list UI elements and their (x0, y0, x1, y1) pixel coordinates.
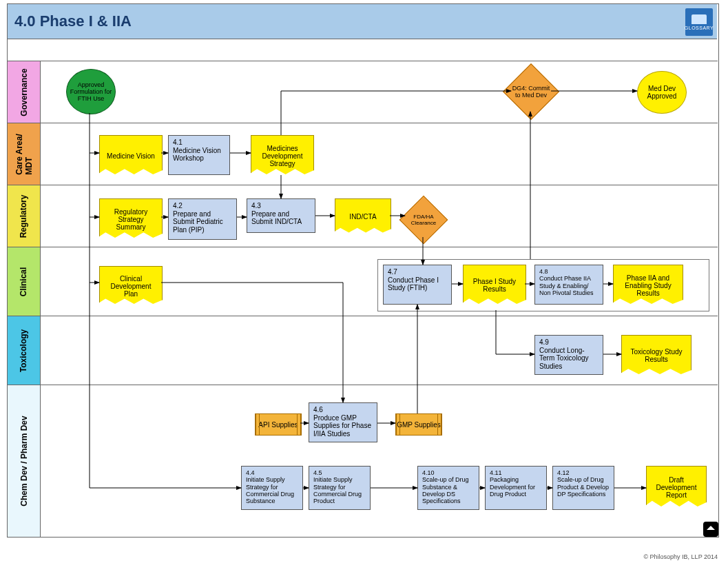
meddev-approved[interactable]: Med Dev Approved (637, 71, 687, 114)
tox-results-label: Toxicology Study Results (622, 336, 691, 376)
draft-report-doc[interactable]: Draft Development Report (646, 466, 707, 509)
medicine-vision-label: Medicine Vision (100, 136, 162, 176)
lane-clinical: Clinical (8, 247, 41, 316)
lane-toxicology-label: Toxicology (19, 329, 29, 372)
draft-report-label: Draft Development Report (647, 467, 706, 508)
node-4-6[interactable]: 4.6 Produce GMP Supplies for Phase I/IIA… (309, 402, 377, 442)
lane-area-toxicology (40, 316, 718, 385)
phase1-results-label: Phase I Study Results (464, 265, 526, 305)
glossary-button[interactable]: GLOSSARY (685, 8, 713, 36)
book-icon (691, 14, 707, 24)
medicine-vision-doc[interactable]: Medicine Vision (99, 135, 163, 176)
lane-area-chem (40, 385, 718, 537)
page-title: 4.0 Phase I & IIA (8, 12, 132, 30)
node-4-9[interactable]: 4.9 Conduct Long-Term Toxicology Studies (534, 335, 603, 375)
node-4-4[interactable]: 4.4 Initiate Supply Strategy for Commerc… (241, 466, 303, 510)
lane-governance: Governance (8, 61, 41, 123)
api-label: API Supplies (258, 421, 298, 429)
api-supplies[interactable]: API Supplies (255, 413, 302, 436)
node-4-8[interactable]: 4.8 Conduct Phase IIA Study & Enabling/ … (534, 265, 603, 305)
lane-regulatory-label: Regulatory (19, 195, 29, 238)
title-bar: 4.0 Phase I & IIA GLOSSARY (8, 4, 717, 39)
lane-care-label: Care Area/ MDT (14, 134, 34, 175)
node-4-11[interactable]: 4.11 Packaging Development for Drug Prod… (485, 466, 547, 510)
lane-governance-label: Governance (19, 68, 29, 116)
node-4-3[interactable]: 4.3 Prepare and Submit IND/CTA (247, 198, 315, 233)
fda-clearance[interactable]: FDA/HA Clearance (406, 203, 439, 236)
gmp-supplies[interactable]: GMP Supplies (395, 413, 442, 436)
phase2-results-label: Phase IIA and Enabling Study Results (614, 265, 683, 305)
phase1-results-doc[interactable]: Phase I Study Results (463, 265, 526, 306)
meddev-label: Med Dev Approved (638, 85, 686, 100)
start-node[interactable]: Approved Formulation for FTIH Use (66, 69, 116, 114)
dg4-decision[interactable]: DG4: Commit to Med Dev (511, 72, 550, 110)
home-icon[interactable] (703, 522, 718, 537)
fda-label: FDA/HA Clearance (407, 214, 440, 226)
lane-care: Care Area/ MDT (8, 123, 41, 185)
node-4-1[interactable]: 4.1 Medicine Vision Workshop (168, 135, 230, 175)
lane-clinical-label: Clinical (19, 267, 29, 297)
lane-regulatory: Regulatory (8, 185, 41, 247)
node-4-10[interactable]: 4.10 Scale-up of Drug Substance & Develo… (417, 466, 479, 510)
node-4-12[interactable]: 4.12 Scale-up of Drug Product & Develop … (552, 466, 614, 510)
med-strategy-label: Medicines Development Strategy (251, 136, 313, 176)
lane-area-governance (40, 61, 718, 123)
med-strategy-doc[interactable]: Medicines Development Strategy (251, 135, 314, 176)
dg4-label: DG4: Commit to Med Dev (512, 85, 550, 99)
reg-summary-label: Regulatory Strategy Summary (100, 199, 162, 239)
gmp-label: GMP Supplies (397, 421, 441, 429)
clinical-plan-label: Clinical Development Plan (100, 267, 162, 305)
lane-toxicology: Toxicology (8, 316, 41, 385)
phase2-results-doc[interactable]: Phase IIA and Enabling Study Results (613, 265, 683, 306)
start-label: Approved Formulation for FTIH Use (67, 81, 115, 102)
clinical-plan-doc[interactable]: Clinical Development Plan (99, 266, 163, 306)
tox-results-doc[interactable]: Toxicology Study Results (621, 335, 691, 376)
lane-chem: Chem Dev / Pharm Dev (8, 385, 41, 538)
node-4-7[interactable]: 4.7 Conduct Phase I Study (FTIH) (383, 265, 452, 305)
indcta-doc[interactable]: IND/CTA (335, 198, 391, 234)
copyright-footer: © Philosophy IB, LLP 2014 (0, 553, 718, 560)
node-4-5[interactable]: 4.5 Initiate Supply Strategy for Commerc… (309, 466, 371, 510)
reg-summary-doc[interactable]: Regulatory Strategy Summary (99, 198, 163, 240)
glossary-label: GLOSSARY (685, 25, 714, 30)
node-4-2[interactable]: 4.2 Prepare and Submit Pediatric Plan (P… (168, 198, 237, 240)
swimlane-diagram: 4.0 Phase I & IIA GLOSSARY Governance Ca… (0, 0, 728, 563)
indcta-label: IND/CTA (335, 199, 391, 234)
lane-chem-label: Chem Dev / Pharm Dev (19, 416, 29, 506)
